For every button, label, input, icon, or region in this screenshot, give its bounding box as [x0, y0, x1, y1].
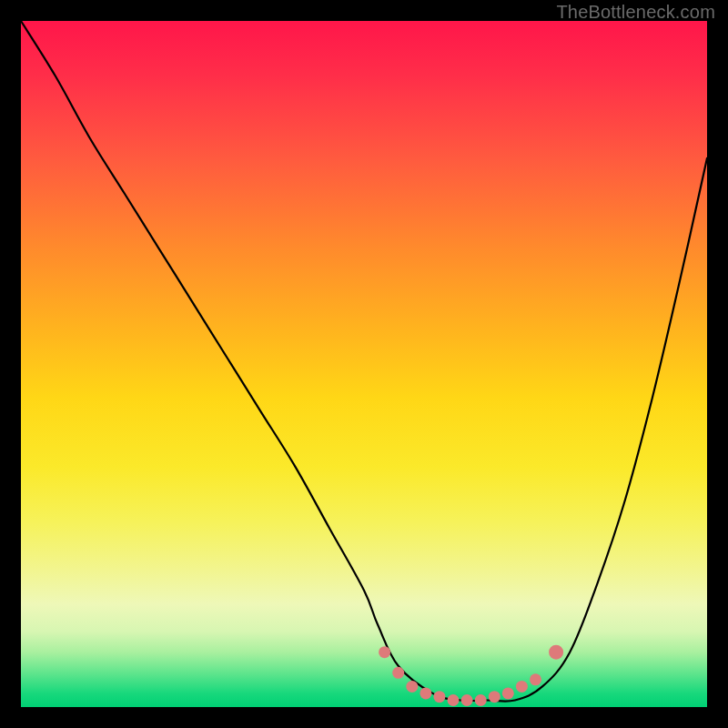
chart-svg-layer [21, 21, 707, 707]
attribution-text: TheBottleneck.com [556, 2, 715, 23]
curve-marker [489, 691, 500, 703]
curve-marker [475, 694, 487, 706]
curve-marker [516, 681, 528, 693]
curve-marker [433, 691, 445, 703]
curve-marker [392, 667, 404, 679]
curve-marker [406, 681, 418, 693]
curve-marker [530, 673, 541, 685]
curve-marker [461, 694, 473, 706]
curve-marker [420, 687, 431, 699]
chart-frame: TheBottleneck.com [0, 0, 728, 728]
curve-marker [502, 687, 514, 699]
bottleneck-curve-line [21, 21, 707, 702]
curve-marker [379, 646, 390, 658]
curve-marker [448, 694, 460, 706]
curve-marker [549, 645, 563, 660]
